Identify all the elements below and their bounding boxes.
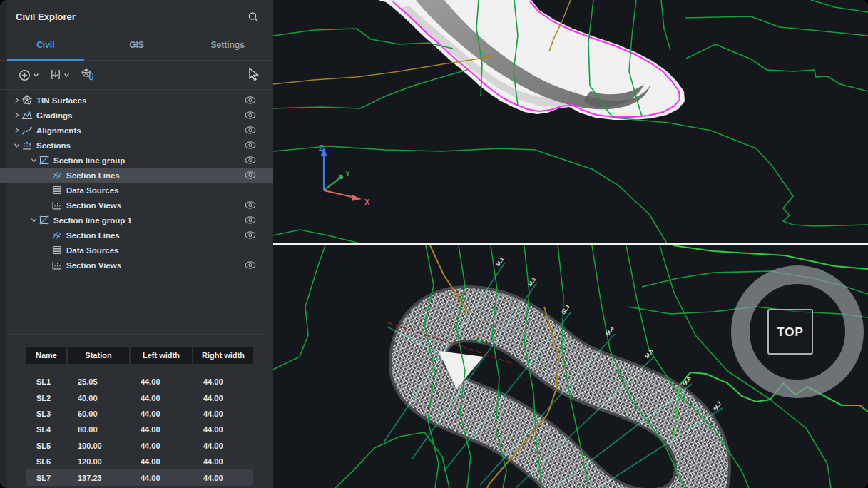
viewport-canvas[interactable]: Z Y X	[273, 0, 868, 488]
cell-left-width: 44.00	[131, 457, 192, 466]
tree-item-label: Data Sources	[66, 246, 119, 255]
tree-item-alignments[interactable]: Alignments	[0, 123, 273, 138]
tree-item-section-views[interactable]: Section Views	[0, 258, 273, 273]
tree-item-section-line-group[interactable]: Section line group	[0, 153, 273, 168]
civil-object-tree: TIN Surfaces Gradings Alignments Section…	[0, 90, 273, 273]
tree-item-section-views[interactable]: Section Views	[0, 198, 273, 213]
add-circle-icon	[19, 69, 31, 81]
cell-right-width: 44.00	[193, 425, 253, 434]
cell-station: 40.00	[68, 394, 129, 402]
cell-left-width: 44.00	[131, 410, 192, 418]
table-row[interactable]: SL125.0544.0044.00	[26, 374, 253, 390]
column-header-name[interactable]: Name	[26, 347, 66, 364]
cell-station: 100.00	[68, 442, 129, 450]
section-line-group-icon	[39, 155, 51, 166]
tree-item-label: Section Views	[66, 201, 121, 210]
chevron-down-icon[interactable]	[29, 215, 39, 225]
search-icon[interactable]	[246, 10, 260, 24]
section-views-icon	[51, 260, 64, 270]
column-header-left-width[interactable]: Left width	[131, 347, 192, 364]
import-button[interactable]	[50, 69, 69, 81]
tab-settings[interactable]: Settings	[182, 33, 273, 60]
visibility-eye-icon[interactable]	[245, 96, 256, 104]
tab-gis[interactable]: GIS	[91, 33, 183, 60]
table-row-selected[interactable]: SL7137.2344.0044.00	[26, 469, 253, 485]
select-cursor-icon[interactable]	[247, 68, 260, 84]
cell-name: SL2	[26, 394, 66, 402]
cell-station: 137.23	[68, 474, 129, 482]
visibility-eye-icon[interactable]	[245, 201, 256, 209]
chevron-right-icon[interactable]	[11, 96, 21, 106]
chevron-right-icon[interactable]	[11, 111, 21, 121]
cell-left-width: 44.00	[131, 474, 192, 482]
tree-item-data-sources[interactable]: Data Sources	[0, 243, 273, 258]
tree-item-label: Data Sources	[66, 186, 119, 195]
table-row[interactable]: SL5100.0044.0044.00	[26, 438, 253, 454]
cell-right-width: 44.00	[193, 377, 253, 386]
table-row[interactable]: SL480.0044.0044.00	[26, 422, 253, 437]
tree-item-section-lines[interactable]: Section Lines	[0, 228, 273, 243]
visibility-eye-icon[interactable]	[245, 156, 256, 164]
alignment-icon	[21, 125, 34, 136]
cell-name: SL4	[26, 425, 66, 434]
tab-settings-label: Settings	[211, 40, 245, 50]
drawing-viewport[interactable]: Z Y X	[273, 0, 868, 488]
tab-civil[interactable]: Civil	[0, 33, 91, 60]
visibility-eye-icon[interactable]	[245, 126, 256, 134]
cell-name: SL3	[26, 410, 66, 418]
tree-item-tin-surfaces[interactable]: TIN Surfaces	[0, 93, 273, 108]
cell-name: SL6	[26, 457, 66, 466]
civil-explorer-panel: Civil Explorer Civil GIS Settings	[0, 0, 274, 488]
section-lines-icon	[51, 230, 64, 240]
tin-surface-icon	[21, 95, 34, 106]
visibility-eye-icon[interactable]	[245, 171, 256, 179]
tree-item-gradings[interactable]: Gradings	[0, 108, 273, 123]
column-header-right-width[interactable]: Right width	[193, 347, 253, 364]
visibility-eye-icon[interactable]	[245, 261, 256, 269]
panel-header: Civil Explorer	[0, 0, 273, 33]
cell-left-width: 44.00	[131, 442, 192, 450]
survey-point	[477, 339, 481, 342]
data-sources-icon	[51, 245, 64, 255]
visibility-eye-icon[interactable]	[245, 216, 256, 224]
visibility-eye-icon[interactable]	[245, 141, 256, 149]
tree-item-label: Section line group 1	[53, 216, 132, 225]
tree-item-label: Sections	[36, 141, 71, 150]
tree-item-label: Section Lines	[66, 231, 120, 240]
attach-surface-button[interactable]	[81, 68, 95, 81]
cell-right-width: 44.00	[193, 457, 253, 466]
cell-name: SL7	[26, 474, 66, 482]
cell-right-width: 44.00	[193, 474, 253, 482]
grading-icon	[21, 110, 34, 121]
cell-station: 25.05	[68, 377, 129, 386]
app-window: Civil Explorer Civil GIS Settings	[0, 0, 868, 488]
viewport-divider[interactable]	[273, 243, 868, 245]
cell-right-width: 44.00	[193, 442, 253, 450]
tree-item-label: Section line group	[53, 156, 125, 165]
cell-name: SL1	[26, 377, 66, 386]
chevron-right-icon[interactable]	[11, 126, 21, 136]
tab-civil-label: Civil	[36, 40, 54, 50]
tree-item-section-lines[interactable]: Section Lines	[0, 168, 273, 183]
table-row[interactable]: SL6120.0044.0044.00	[26, 454, 253, 469]
tree-item-data-sources[interactable]: Data Sources	[0, 183, 273, 198]
tree-item-sections[interactable]: Sections	[0, 138, 273, 153]
tree-item-label: Alignments	[36, 126, 81, 135]
column-header-station[interactable]: Station	[68, 347, 129, 364]
chevron-down-icon[interactable]	[11, 141, 21, 151]
section-line-group-icon	[39, 215, 51, 225]
table-divider	[10, 334, 263, 335]
visibility-eye-icon[interactable]	[245, 111, 256, 119]
tree-item-section-line-group-1[interactable]: Section line group 1	[0, 213, 273, 228]
section-lines-table: Name Station Left width Right width SL12…	[26, 347, 253, 486]
axis-z-label: Z	[319, 143, 324, 152]
tree-item-label: Section Views	[66, 261, 121, 270]
chevron-down-icon[interactable]	[29, 156, 39, 166]
add-button[interactable]	[19, 69, 39, 81]
table-row[interactable]: SL240.0044.0044.00	[26, 390, 253, 405]
cell-station: 120.00	[68, 457, 129, 466]
table-row[interactable]: SL360.0044.0044.00	[26, 406, 253, 422]
visibility-eye-icon[interactable]	[245, 231, 256, 239]
cell-right-width: 44.00	[193, 394, 253, 402]
tree-item-label: TIN Surfaces	[36, 96, 86, 105]
